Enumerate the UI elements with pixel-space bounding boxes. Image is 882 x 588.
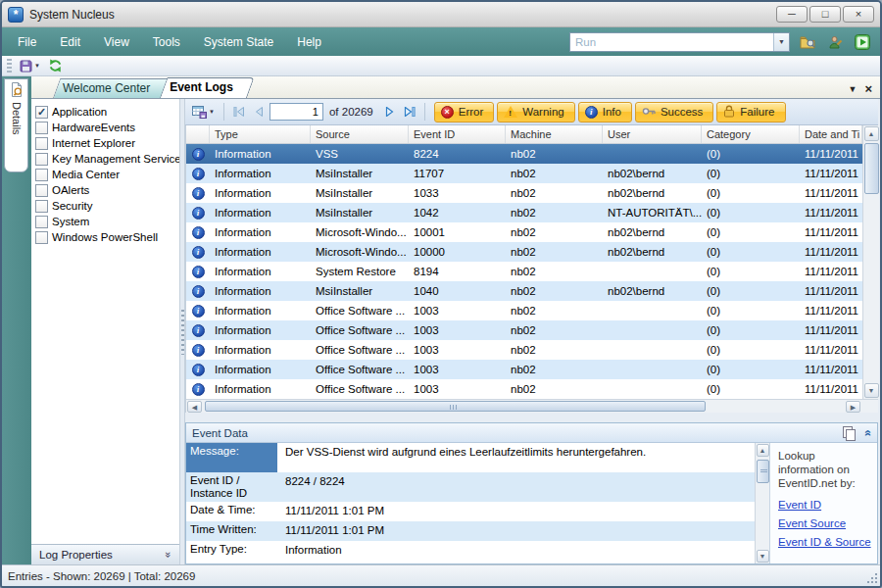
menu-item-edit[interactable]: Edit (48, 29, 92, 55)
checkbox-hardwareevents[interactable] (35, 122, 48, 134)
checkbox-internet-explorer[interactable] (35, 137, 48, 150)
tab-welcome-center[interactable]: Welcome Center (53, 78, 164, 98)
log-item-security[interactable]: Security (35, 198, 179, 214)
tab-event-logs[interactable]: Event Logs (160, 77, 247, 98)
refresh-button[interactable] (45, 57, 66, 74)
log-properties-bar[interactable]: Log Properties » (31, 544, 179, 564)
table-row[interactable]: iInformationSystem Restore8194nb02(0)11/… (186, 262, 862, 281)
scroll-track[interactable] (203, 400, 845, 413)
table-vertical-scrollbar[interactable]: ▲ ▼ (862, 125, 879, 399)
log-item-windows-powershell[interactable]: Windows PowerShell (35, 229, 179, 245)
search-folder-button[interactable] (798, 32, 817, 52)
close-button[interactable]: × (843, 6, 874, 23)
run-script-button[interactable] (853, 32, 872, 52)
details-tab[interactable]: Details (4, 78, 28, 172)
resize-grip-icon[interactable] (866, 572, 878, 584)
scroll-up-icon[interactable]: ▲ (757, 444, 769, 457)
scroll-thumb[interactable] (205, 401, 706, 412)
log-item-system[interactable]: System (35, 214, 179, 229)
menu-item-file[interactable]: File (6, 29, 48, 55)
lookup-link-event-id[interactable]: Event ID (778, 499, 871, 511)
column-header-machine[interactable]: Machine (506, 125, 603, 143)
scroll-down-icon[interactable]: ▼ (757, 550, 769, 563)
checkbox-security[interactable] (35, 200, 48, 213)
table-row[interactable]: iInformationMicrosoft-Windo...10000nb02n… (186, 242, 862, 262)
column-header-source[interactable]: Source (311, 125, 409, 143)
table-row[interactable]: iInformationOffice Software ...1003nb02(… (186, 301, 862, 320)
table-row[interactable]: iInformationOffice Software ...1003nb02(… (186, 340, 862, 360)
previous-page-button[interactable] (251, 102, 267, 122)
scroll-track[interactable] (864, 142, 879, 382)
next-page-button[interactable] (382, 102, 398, 122)
expand-chevron-icon[interactable]: » (163, 552, 174, 558)
scroll-left-icon[interactable]: ◀ (187, 401, 202, 413)
event-data-scrollbar[interactable]: ▲ ▼ (755, 443, 769, 564)
checkbox-system[interactable] (35, 216, 48, 228)
last-page-button[interactable] (401, 102, 418, 122)
checkbox-oalerts[interactable] (35, 184, 48, 197)
export-dropdown-icon[interactable]: ▼ (209, 109, 215, 115)
filter-error-button[interactable]: ×Error (434, 102, 495, 122)
column-header-user[interactable]: User (603, 125, 702, 143)
save-dropdown-icon[interactable]: ▼ (34, 63, 40, 69)
filter-info-button[interactable]: iInfo (578, 102, 632, 122)
table-row[interactable]: iInformationMicrosoft-Windo...10001nb02n… (186, 222, 862, 242)
menu-item-view[interactable]: View (92, 29, 141, 55)
log-item-hardwareevents[interactable]: HardwareEvents (35, 120, 179, 135)
table-row[interactable]: iInformationOffice Software ...1003nb02(… (186, 320, 862, 340)
tab-close-icon[interactable]: × (864, 84, 872, 94)
maximize-button[interactable]: □ (809, 6, 841, 23)
table-horizontal-scrollbar[interactable]: ◀ ▶ (186, 399, 878, 413)
run-combobox[interactable]: ▼ (569, 32, 790, 52)
splitter-grip[interactable] (181, 310, 184, 355)
first-page-button[interactable] (230, 102, 248, 122)
checkbox-application[interactable]: ✓ (35, 106, 48, 119)
filter-success-button[interactable]: Success (635, 102, 713, 122)
filter-failure-button[interactable]: Failure (716, 102, 785, 122)
scroll-thumb[interactable] (757, 460, 769, 483)
scroll-right-icon[interactable]: ▶ (846, 401, 860, 413)
checkbox-key-management-service[interactable] (35, 153, 48, 166)
scroll-thumb[interactable] (864, 143, 879, 194)
log-item-internet-explorer[interactable]: Internet Explorer (35, 135, 179, 151)
table-row[interactable]: iInformationOffice Software ...1003nb02(… (186, 379, 862, 399)
log-item-media-center[interactable]: Media Center (35, 167, 179, 182)
lookup-link-event-id-source[interactable]: Event ID & Source (778, 536, 871, 548)
table-row[interactable]: iInformationMsiInstaller1042nb02NT-AUTOR… (186, 203, 862, 222)
column-header-type[interactable]: Type (210, 125, 311, 143)
user-edit-button[interactable] (825, 32, 845, 52)
minimize-button[interactable]: ─ (776, 6, 808, 23)
menu-item-help[interactable]: Help (285, 29, 333, 55)
column-header-icon[interactable] (186, 125, 210, 143)
column-header-event-id[interactable]: Event ID (409, 125, 506, 143)
run-dropdown-icon[interactable]: ▼ (773, 33, 789, 51)
run-input[interactable] (570, 33, 773, 51)
menu-item-tools[interactable]: Tools (141, 29, 192, 55)
export-grid-button[interactable]: ▼ (189, 102, 218, 122)
cell-date: 11/11/2011 (800, 301, 862, 320)
table-row[interactable]: iInformationMsiInstaller1033nb02nb02\ber… (186, 183, 862, 203)
toolbar-grip[interactable] (7, 59, 12, 74)
checkbox-windows-powershell[interactable] (35, 231, 48, 244)
column-header-date-and-ti[interactable]: Date and Ti (800, 125, 862, 143)
checkbox-media-center[interactable] (35, 169, 48, 181)
table-row[interactable]: iInformationVSS8224nb02(0)11/11/2011 (186, 144, 862, 164)
column-header-category[interactable]: Category (702, 125, 800, 143)
log-item-oalerts[interactable]: OAlerts (35, 182, 179, 198)
log-item-application[interactable]: ✓Application (35, 104, 179, 120)
table-row[interactable]: iInformationMsiInstaller11707nb02nb02\be… (186, 164, 862, 183)
copy-icon[interactable] (843, 426, 855, 439)
log-item-key-management-service[interactable]: Key Management Service (35, 151, 179, 167)
menu-item-system-state[interactable]: System State (192, 29, 285, 55)
save-button[interactable]: ▼ (17, 57, 43, 74)
scroll-up-icon[interactable]: ▲ (864, 126, 879, 141)
filter-warning-button[interactable]: !Warning (497, 102, 574, 122)
table-row[interactable]: iInformationOffice Software ...1003nb02(… (186, 360, 862, 379)
table-row[interactable]: iInformationMsiInstaller1040nb02nb02\ber… (186, 281, 862, 301)
lookup-link-event-source[interactable]: Event Source (778, 517, 871, 529)
sidebar-splitter[interactable] (180, 99, 185, 564)
page-number-input[interactable] (270, 103, 323, 121)
tab-list-dropdown-icon[interactable]: ▼ (848, 84, 857, 94)
collapse-chevron-icon[interactable]: » (861, 429, 875, 436)
scroll-down-icon[interactable]: ▼ (864, 383, 879, 398)
